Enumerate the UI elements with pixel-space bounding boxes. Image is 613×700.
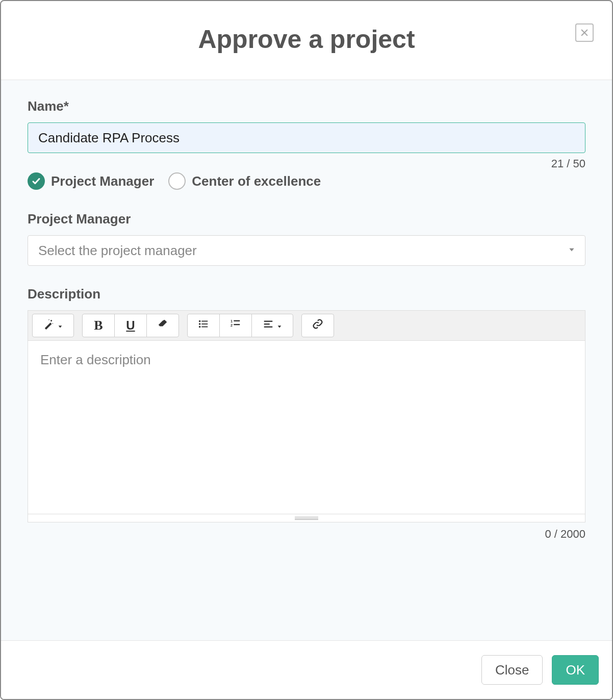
project-manager-select[interactable]: Select the project manager xyxy=(28,235,585,266)
editor-toolbar: B U 12 xyxy=(28,310,585,341)
description-char-counter: 0 / 2000 xyxy=(28,528,585,541)
eraser-icon xyxy=(157,318,168,333)
bold-icon: B xyxy=(94,318,103,333)
editor-resize-handle[interactable] xyxy=(28,514,585,522)
underline-button[interactable]: U xyxy=(114,314,147,337)
chevron-down-icon xyxy=(568,246,575,255)
paragraph-align-button[interactable] xyxy=(251,314,293,337)
list-ol-icon: 12 xyxy=(230,318,241,333)
link-icon xyxy=(312,318,323,333)
unordered-list-button[interactable] xyxy=(187,314,220,337)
role-option-label: Center of excellence xyxy=(192,173,321,189)
ordered-list-button[interactable]: 12 xyxy=(219,314,252,337)
role-option-center-of-excellence[interactable]: Center of excellence xyxy=(168,172,321,190)
grip-icon xyxy=(295,517,318,520)
svg-rect-9 xyxy=(201,327,208,328)
modal-header: Approve a project xyxy=(1,1,612,80)
chevron-down-icon xyxy=(277,319,282,332)
svg-point-6 xyxy=(199,323,201,325)
magic-style-button[interactable] xyxy=(32,314,74,337)
description-placeholder: Enter a description xyxy=(40,352,151,367)
ok-button[interactable]: OK xyxy=(552,655,599,685)
svg-point-8 xyxy=(199,326,201,328)
svg-marker-2 xyxy=(569,248,574,252)
role-option-project-manager[interactable]: Project Manager xyxy=(28,172,154,190)
svg-point-4 xyxy=(199,320,201,322)
radio-unchecked-icon xyxy=(168,172,186,190)
svg-text:2: 2 xyxy=(231,323,233,328)
modal-title: Approve a project xyxy=(11,24,602,54)
svg-rect-5 xyxy=(201,321,208,322)
role-radio-group: Project Manager Center of excellence xyxy=(28,172,585,190)
svg-rect-13 xyxy=(234,324,240,325)
svg-rect-14 xyxy=(264,321,273,322)
name-char-counter: 21 / 50 xyxy=(28,157,585,170)
svg-marker-3 xyxy=(59,326,62,328)
approve-project-modal: Approve a project Name* 21 / 50 Project … xyxy=(0,0,613,700)
close-button[interactable]: Close xyxy=(481,655,543,685)
role-option-label: Project Manager xyxy=(51,173,154,189)
close-icon-button[interactable] xyxy=(575,23,594,42)
bold-button[interactable]: B xyxy=(82,314,115,337)
radio-checked-icon xyxy=(28,172,45,190)
project-manager-placeholder: Select the project manager xyxy=(38,243,197,259)
eraser-button[interactable] xyxy=(146,314,179,337)
svg-marker-17 xyxy=(278,326,282,328)
chevron-down-icon xyxy=(58,319,63,332)
svg-rect-15 xyxy=(264,323,270,324)
description-label: Description xyxy=(28,286,585,302)
modal-body: Name* 21 / 50 Project Manager Center of … xyxy=(1,80,612,640)
modal-footer: Close OK xyxy=(1,640,612,699)
name-input[interactable] xyxy=(28,122,585,153)
underline-icon: U xyxy=(126,318,135,333)
name-label: Name* xyxy=(28,98,585,114)
link-button[interactable] xyxy=(301,314,334,337)
description-textarea[interactable]: Enter a description xyxy=(28,341,585,514)
project-manager-label: Project Manager xyxy=(28,211,585,227)
close-icon xyxy=(580,28,589,37)
svg-rect-11 xyxy=(234,320,240,321)
svg-rect-16 xyxy=(264,327,273,328)
align-icon xyxy=(263,318,274,333)
project-manager-select-wrap: Select the project manager xyxy=(28,235,585,266)
description-editor: B U 12 xyxy=(28,310,585,522)
magic-wand-icon xyxy=(43,318,55,333)
list-ul-icon xyxy=(198,318,209,333)
svg-rect-7 xyxy=(201,323,208,324)
